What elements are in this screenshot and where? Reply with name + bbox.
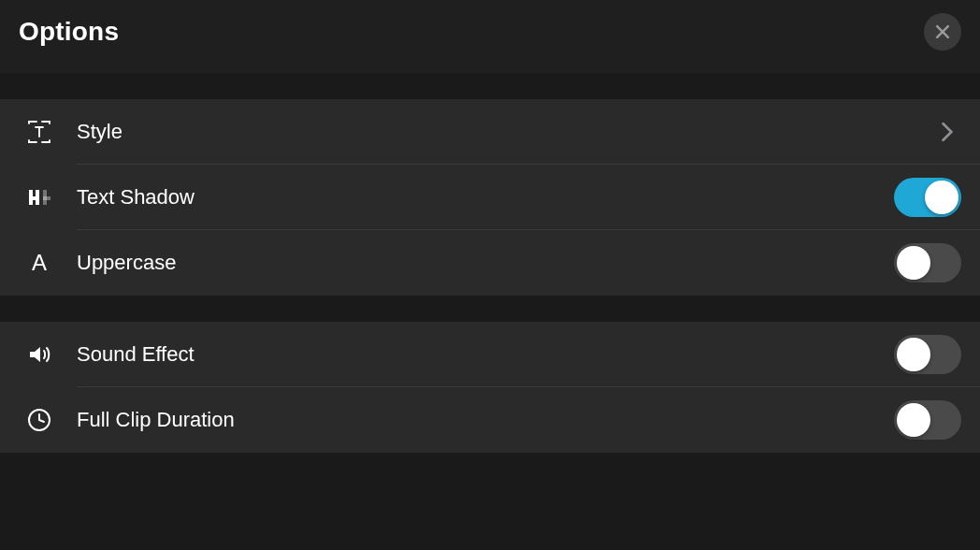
- row-full-clip-duration: Full Clip Duration: [0, 387, 980, 453]
- svg-rect-6: [43, 196, 50, 200]
- toggle-knob: [897, 403, 930, 437]
- section-playback-group: Sound Effect Full Clip Duration: [0, 322, 980, 453]
- toggle-uppercase[interactable]: [894, 243, 961, 282]
- uppercase-icon: A: [24, 248, 54, 278]
- row-uppercase: A Uppercase: [0, 230, 980, 296]
- toggle-knob: [897, 246, 930, 280]
- svg-rect-4: [36, 190, 39, 205]
- section-spacer: [0, 73, 980, 99]
- text-shadow-icon: [24, 182, 54, 212]
- page-title: Options: [19, 17, 119, 47]
- row-style-label: Style: [77, 120, 941, 144]
- row-style[interactable]: Style: [0, 99, 980, 165]
- close-icon: [933, 22, 952, 41]
- toggle-full-clip-duration[interactable]: [894, 400, 961, 440]
- clock-icon: [24, 405, 54, 435]
- toggle-sound-effect[interactable]: [894, 335, 961, 374]
- speaker-icon: [24, 340, 54, 369]
- row-sound-effect-label: Sound Effect: [77, 342, 894, 367]
- toggle-text-shadow[interactable]: [894, 178, 961, 217]
- text-style-icon: [24, 117, 54, 147]
- row-sound-effect: Sound Effect: [0, 322, 980, 387]
- section-style-group: Style Text Shadow A Uppercase: [0, 99, 980, 296]
- row-full-clip-duration-label: Full Clip Duration: [77, 408, 894, 432]
- toggle-knob: [897, 338, 930, 371]
- header: Options: [0, 0, 980, 73]
- close-button[interactable]: [924, 13, 961, 51]
- row-text-shadow: Text Shadow: [0, 165, 980, 230]
- section-spacer: [0, 296, 980, 322]
- toggle-knob: [925, 181, 958, 214]
- row-text-shadow-label: Text Shadow: [77, 185, 894, 210]
- row-uppercase-label: Uppercase: [77, 251, 894, 275]
- chevron-right-icon: [941, 122, 954, 142]
